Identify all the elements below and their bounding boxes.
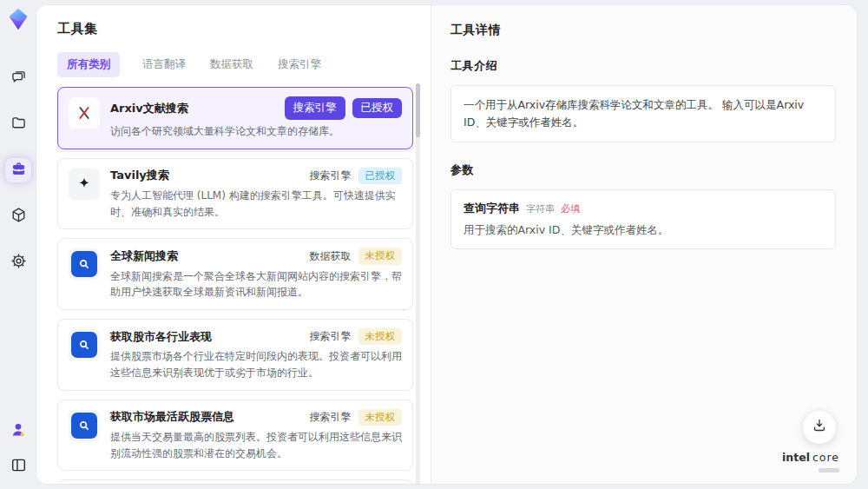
- tool-card-global-news[interactable]: 全球新闻搜索 数据获取 未授权 全球新闻搜索是一个聚合全球各大新闻网站内容的搜索…: [57, 238, 413, 310]
- sidebar-item-settings[interactable]: [5, 250, 31, 274]
- panel-toggle-icon: [10, 456, 28, 478]
- details-panel: 工具详情 工具介绍 一个用于从Arxiv存储库搜索科学论文和文章的工具。 输入可…: [431, 5, 857, 484]
- tab-all-categories[interactable]: 所有类别: [57, 52, 120, 77]
- tool-title: Arxiv文献搜索: [110, 101, 278, 116]
- details-panel-title: 工具详情: [450, 23, 836, 38]
- user-icon: [9, 420, 28, 443]
- tool-status-badge: 未授权: [358, 248, 403, 265]
- tool-description: 提供当天交易量最高的股票列表。投资者可以利用这些信息来识别流动性强的股票和潜在的…: [110, 429, 402, 461]
- toolbox-icon: [10, 160, 28, 182]
- tool-description: 专为人工智能代理 (LLM) 构建的搜索引擎工具。可快速提供实时、准确和真实的结…: [110, 188, 402, 220]
- tools-panel-title: 工具集: [57, 21, 431, 37]
- tool-card-regional-news[interactable]: 万维地区新闻查询 搜索引擎 未授权 查询具体行政区划内的新闻，快速了解各地新闻动: [57, 479, 413, 484]
- tool-category-label: 搜索引擎: [310, 169, 352, 183]
- folder-icon: [10, 114, 28, 135]
- tool-category-label: 搜索引擎: [310, 410, 352, 425]
- tool-list: Arxiv文献搜索 搜索引擎 已授权 访问各个研究领域大量科学论文和文章的存储库…: [57, 87, 413, 484]
- tool-title: 获取市场最活跃股票信息: [110, 409, 303, 425]
- sidebar-item-files[interactable]: [5, 112, 31, 136]
- tool-status-badge: 已授权: [352, 98, 403, 118]
- main-sheet: 工具集 所有类别 语言翻译 数据获取 搜索引擎 Arxiv文献搜索: [36, 5, 857, 484]
- tool-description: 全球新闻搜索是一个聚合全球各大新闻网站内容的搜索引擎，帮助用户快速获取全球最新资…: [110, 268, 402, 301]
- sidebar-item-tools[interactable]: [5, 158, 31, 182]
- intel-wordmark: intel: [782, 451, 810, 464]
- param-name: 查询字符串: [464, 201, 520, 216]
- tool-description: 提供股票市场各个行业在特定时间段内的表现。投资者可以利用这些信息来识别表现优于或…: [110, 348, 402, 380]
- tool-card-tavily[interactable]: Tavily搜索 搜索引擎 已授权 专为人工智能代理 (LLM) 构建的搜索引擎…: [57, 158, 413, 230]
- tab-search-engine[interactable]: 搜索引擎: [276, 52, 323, 77]
- param-type: 字符串: [526, 202, 555, 215]
- tool-card-sector-performance[interactable]: 获取股市各行业表现 搜索引擎 未授权 提供股票市场各个行业在特定时间段内的表现。…: [57, 319, 413, 391]
- arxiv-icon: [69, 97, 100, 129]
- scrollbar-thumb[interactable]: [416, 83, 420, 137]
- tool-category-label: 数据获取: [310, 249, 352, 264]
- category-tabs: 所有类别 语言翻译 数据获取 搜索引擎: [57, 52, 431, 77]
- intel-core-logo: intelcore: [782, 452, 839, 476]
- tool-category-badge: 搜索引擎: [285, 96, 345, 120]
- sidebar-item-packages[interactable]: [5, 204, 31, 228]
- core-wordmark: core: [812, 451, 839, 464]
- tool-card-arxiv[interactable]: Arxiv文献搜索 搜索引擎 已授权 访问各个研究领域大量科学论文和文章的存储库…: [57, 87, 413, 149]
- param-description: 用于搜索的Arxiv ID、关键字或作者姓名。: [464, 223, 823, 238]
- left-rail: [0, 0, 36, 489]
- tool-list-scrollbar[interactable]: [416, 83, 420, 484]
- params-heading: 参数: [450, 162, 836, 178]
- intro-heading: 工具介绍: [450, 58, 836, 74]
- tool-title: Tavily搜索: [110, 168, 303, 183]
- cube-icon: [10, 206, 28, 228]
- chat-icon: [10, 68, 28, 89]
- tool-category-label: 搜索引擎: [310, 329, 352, 344]
- tool-status-badge: 未授权: [358, 409, 403, 426]
- tab-language-translation[interactable]: 语言翻译: [141, 52, 187, 77]
- search-app-icon: [69, 329, 100, 360]
- download-icon: [811, 417, 828, 438]
- param-required-badge: 必填: [561, 202, 580, 215]
- sidebar-item-chat[interactable]: [5, 66, 31, 90]
- tool-status-badge: 已授权: [358, 168, 403, 185]
- collapse-panel-button[interactable]: [5, 454, 31, 479]
- tool-description: 访问各个研究领域大量科学论文和文章的存储库。: [110, 123, 402, 140]
- gear-icon: [10, 252, 28, 274]
- tool-card-active-stocks[interactable]: 获取市场最活跃股票信息 搜索引擎 未授权 提供当天交易量最高的股票列表。投资者可…: [57, 400, 413, 472]
- sparkle-icon: [69, 169, 100, 200]
- param-box: 查询字符串 字符串 必填 用于搜索的Arxiv ID、关键字或作者姓名。: [450, 189, 836, 249]
- app-logo-icon: [6, 7, 30, 31]
- tool-title: 获取股市各行业表现: [110, 329, 303, 345]
- search-app-icon: [69, 248, 100, 280]
- sidebar-item-account[interactable]: [5, 420, 31, 444]
- cpu-tier-mark: [819, 468, 839, 472]
- download-button[interactable]: [803, 411, 836, 444]
- tool-status-badge: 未授权: [358, 328, 403, 346]
- intro-text: 一个用于从Arxiv存储库搜索科学论文和文章的工具。 输入可以是Arxiv ID…: [464, 96, 823, 131]
- tool-title: 全球新闻搜索: [110, 248, 303, 264]
- intro-box: 一个用于从Arxiv存储库搜索科学论文和文章的工具。 输入可以是Arxiv ID…: [450, 85, 836, 142]
- tab-data-fetch[interactable]: 数据获取: [208, 52, 255, 77]
- search-app-icon: [69, 410, 100, 441]
- tools-panel: 工具集 所有类别 语言翻译 数据获取 搜索引擎 Arxiv文献搜索: [36, 5, 431, 484]
